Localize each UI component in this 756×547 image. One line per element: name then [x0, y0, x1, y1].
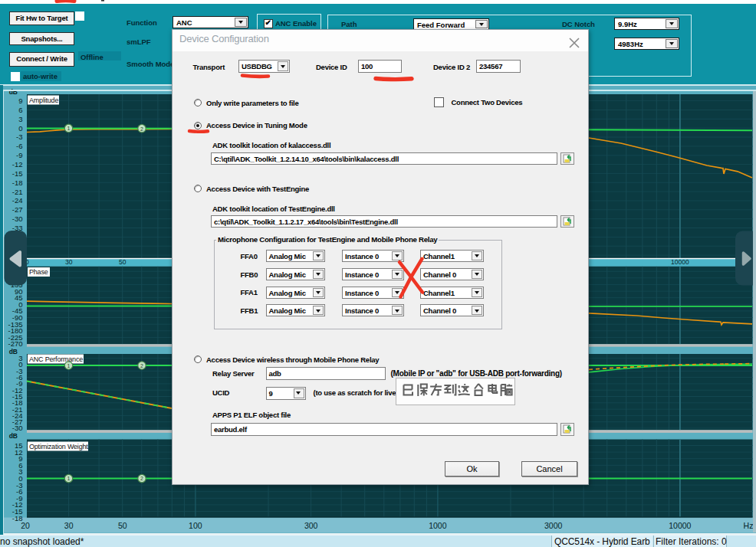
svg-text:1000: 1000	[429, 521, 447, 530]
svg-text:2: 2	[140, 126, 143, 132]
svg-text:1: 1	[67, 126, 71, 131]
svg-text:-9: -9	[16, 151, 22, 159]
svg-text:300: 300	[304, 521, 318, 530]
svg-text:30: 30	[64, 521, 74, 530]
svg-text:20: 20	[21, 521, 30, 530]
svg-text:dB: dB	[9, 88, 18, 96]
svg-text:3000: 3000	[544, 521, 563, 530]
svg-text:-18: -18	[12, 179, 23, 187]
svg-text:-21: -21	[12, 188, 23, 196]
svg-text:0: 0	[18, 124, 22, 133]
svg-text:3: 3	[18, 115, 22, 123]
svg-text:Hz: Hz	[744, 521, 754, 530]
svg-text:10000: 10000	[671, 258, 689, 266]
svg-text:Phase: Phase	[29, 268, 48, 276]
svg-text:-30: -30	[12, 215, 23, 223]
svg-text:9: 9	[18, 97, 22, 105]
svg-text:50: 50	[118, 521, 127, 530]
svg-text:1: 1	[67, 476, 71, 481]
svg-text:dB: dB	[9, 432, 18, 440]
svg-text:100: 100	[189, 521, 202, 530]
svg-text:2: 2	[140, 363, 143, 368]
svg-text:50: 50	[119, 258, 127, 266]
svg-text:6: 6	[18, 106, 22, 114]
svg-text:30: 30	[65, 258, 73, 266]
svg-text:-3: -3	[16, 133, 22, 141]
svg-text:1: 1	[67, 363, 71, 368]
svg-text:2: 2	[140, 476, 143, 481]
svg-text:10000: 10000	[669, 521, 691, 530]
svg-text:-24: -24	[12, 196, 23, 205]
svg-text:dB: dB	[9, 348, 18, 355]
svg-text:-6: -6	[16, 142, 22, 150]
svg-text:-27: -27	[12, 205, 23, 214]
svg-text:-15: -15	[12, 169, 23, 178]
svg-text:Amplitude: Amplitude	[29, 97, 58, 104]
svg-text:-12: -12	[12, 160, 23, 169]
svg-text:ANC Performance: ANC Performance	[29, 355, 83, 363]
svg-text:Optimization Weight: Optimization Weight	[29, 443, 88, 450]
